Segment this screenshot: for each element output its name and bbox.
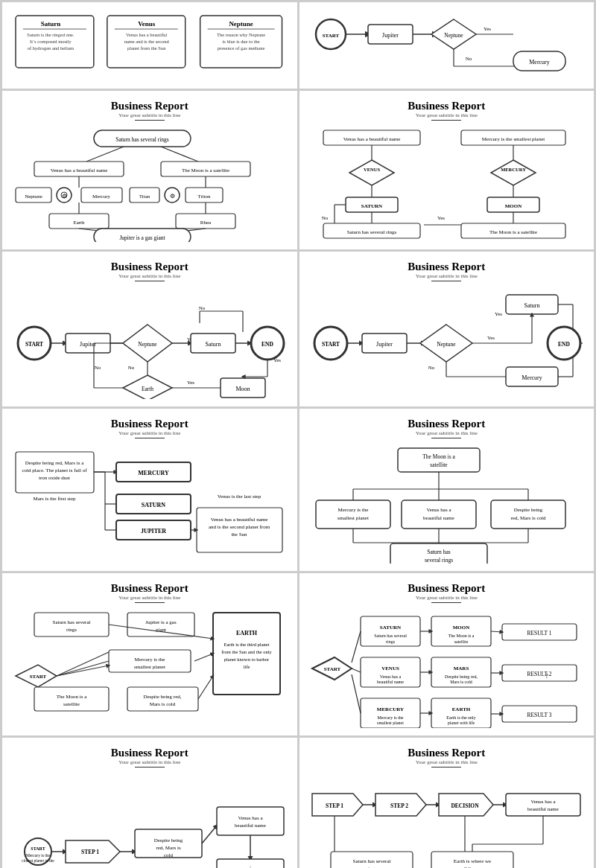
svg-text:Venus has a beautiful name: Venus has a beautiful name xyxy=(210,517,267,523)
svg-text:DECISION: DECISION xyxy=(451,802,480,809)
svg-text:No: No xyxy=(322,215,329,221)
svg-text:Neptune: Neptune xyxy=(445,32,464,39)
svg-text:Neptune: Neptune xyxy=(25,194,42,200)
svg-text:Despite being: Despite being xyxy=(514,507,543,513)
svg-text:Venus is the last step: Venus is the last step xyxy=(218,494,261,500)
svg-text:Yes: Yes xyxy=(495,311,502,317)
svg-text:of hydrogen and helium: of hydrogen and helium xyxy=(28,45,74,51)
svg-text:Despite being red,: Despite being red, xyxy=(143,694,181,700)
svg-rect-192 xyxy=(491,500,565,529)
svg-text:Venus has a beautiful name: Venus has a beautiful name xyxy=(50,167,107,173)
svg-rect-186 xyxy=(316,500,390,529)
svg-text:name and is the second: name and is the second xyxy=(124,39,170,44)
svg-text:Saturn is the ringed one.: Saturn is the ringed one. xyxy=(27,32,74,37)
svg-text:red, Mars is cold: red, Mars is cold xyxy=(511,515,547,521)
svg-rect-287 xyxy=(217,807,284,835)
svg-text:planet from the Sun: planet from the Sun xyxy=(127,45,166,51)
svg-line-222 xyxy=(57,652,109,676)
svg-line-286 xyxy=(202,826,217,843)
svg-text:life: life xyxy=(243,664,250,669)
svg-text:Venus has a: Venus has a xyxy=(238,815,263,821)
svg-text:Saturn: Saturn xyxy=(205,341,221,348)
svg-text:MOON: MOON xyxy=(505,203,522,209)
card-2-left: Business Report Your great subtitle in t… xyxy=(2,252,297,406)
svg-text:Venus has a: Venus has a xyxy=(427,507,452,513)
card-top-right: START Jupiter Neptune No Mercury xyxy=(299,2,595,89)
svg-line-220 xyxy=(57,666,109,676)
svg-text:Yes: Yes xyxy=(273,357,281,363)
svg-text:JUPITER: JUPITER xyxy=(141,528,166,534)
card-top-left: Saturn Saturn is the ringed one. It´s co… xyxy=(2,2,297,89)
svg-text:Earth: Earth xyxy=(73,220,85,226)
svg-text:Neptune: Neptune xyxy=(138,341,157,348)
svg-text:No: No xyxy=(127,365,134,371)
svg-text:Saturn has: Saturn has xyxy=(428,549,451,555)
svg-text:Yes: Yes xyxy=(484,26,491,32)
svg-text:several rings: several rings xyxy=(425,557,453,564)
card-4-left: Business Report Your great subtitle in t… xyxy=(2,573,297,735)
card-5-right: Business Report Your great subtitle in t… xyxy=(299,738,595,868)
svg-text:↓: ↓ xyxy=(249,864,252,868)
svg-text:Saturn: Saturn xyxy=(41,20,60,28)
svg-text:Venus has a beautiful name: Venus has a beautiful name xyxy=(343,136,401,142)
svg-text:Mercury is the: Mercury is the xyxy=(378,715,404,720)
svg-text:VENUS: VENUS xyxy=(381,666,399,671)
svg-text:The Moon is a satellite: The Moon is a satellite xyxy=(489,229,537,235)
svg-text:smallest planet: smallest planet xyxy=(337,515,369,521)
svg-text:START: START xyxy=(322,341,340,348)
svg-text:Venus: Venus xyxy=(138,20,156,28)
svg-line-231 xyxy=(198,676,213,699)
svg-text:satellite: satellite xyxy=(431,462,448,468)
svg-text:Mercury: Mercury xyxy=(522,374,542,381)
svg-rect-189 xyxy=(402,500,476,529)
svg-text:Jupiter is a gas: Jupiter is a gas xyxy=(145,619,177,625)
svg-text:cold: cold xyxy=(164,852,174,858)
svg-text:Mercury is the smallest planet: Mercury is the smallest planet xyxy=(482,136,545,142)
svg-text:Despite being red, Mars is a: Despite being red, Mars is a xyxy=(25,460,83,466)
svg-text:MERCURY: MERCURY xyxy=(501,167,526,172)
svg-text:SATURN: SATURN xyxy=(361,203,382,209)
svg-line-269 xyxy=(491,631,502,632)
svg-text:Earth is where we: Earth is where we xyxy=(454,858,491,864)
card-1-left: Business Report Your great subtitle in t… xyxy=(2,91,297,249)
svg-text:Mercury is the: Mercury is the xyxy=(338,507,369,513)
svg-text:Jupiter: Jupiter xyxy=(376,341,393,348)
svg-line-266 xyxy=(352,668,361,672)
svg-text:MOON: MOON xyxy=(453,625,470,631)
svg-marker-73 xyxy=(349,160,394,185)
svg-text:presence of gas methane: presence of gas methane xyxy=(218,45,265,51)
svg-text:Earth is the only: Earth is the only xyxy=(447,715,477,720)
svg-text:Triton: Triton xyxy=(197,194,211,200)
svg-text:?: ? xyxy=(545,673,548,680)
svg-text:Mercury: Mercury xyxy=(529,59,550,66)
svg-text:Yes: Yes xyxy=(187,380,194,386)
svg-text:rings: rings xyxy=(66,627,77,633)
card-4-right: Business Report Your great subtitle in t… xyxy=(299,573,595,735)
svg-text:No: No xyxy=(428,365,435,371)
svg-text:START: START xyxy=(323,33,340,39)
svg-text:EARTH: EARTH xyxy=(236,630,258,636)
svg-text:Saturn: Saturn xyxy=(524,302,540,309)
svg-text:Neptune: Neptune xyxy=(437,341,457,348)
svg-text:END: END xyxy=(261,341,273,348)
svg-text:START: START xyxy=(324,666,341,672)
card-3-right: Business Report Your great subtitle in t… xyxy=(299,409,595,571)
svg-text:rings: rings xyxy=(386,639,396,644)
svg-text:START: START xyxy=(25,341,43,348)
svg-text:The Moon is a: The Moon is a xyxy=(448,634,475,638)
svg-text:END: END xyxy=(558,341,570,348)
svg-text:RESULT 3: RESULT 3 xyxy=(527,712,552,718)
svg-text:Rhea: Rhea xyxy=(200,220,212,226)
svg-text:RESULT 2: RESULT 2 xyxy=(527,671,552,677)
svg-text:Saturn has several: Saturn has several xyxy=(374,634,407,638)
svg-text:from the Sun and the only: from the Sun and the only xyxy=(221,649,272,654)
svg-text:RESULT 1: RESULT 1 xyxy=(527,630,552,636)
svg-text:The Moon is a: The Moon is a xyxy=(56,694,87,700)
svg-text:The Moon is a: The Moon is a xyxy=(422,453,455,460)
svg-text:and is the second planet from: and is the second planet from xyxy=(209,524,270,530)
svg-text:START: START xyxy=(31,846,45,851)
svg-line-267 xyxy=(352,674,361,713)
svg-text:SATURN: SATURN xyxy=(380,625,401,631)
svg-text:⚙: ⚙ xyxy=(61,193,66,200)
svg-text:Mercury is the: Mercury is the xyxy=(134,657,165,663)
